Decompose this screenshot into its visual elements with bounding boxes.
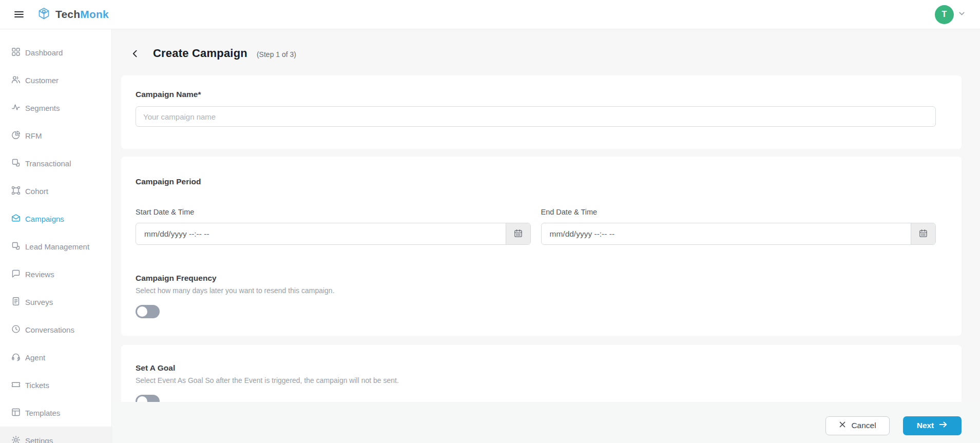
- sidebar-item-settings[interactable]: Settings: [0, 427, 111, 443]
- transactional-icon: [11, 158, 21, 169]
- campaigns-icon: [11, 214, 21, 224]
- footer-actions: Cancel Next: [112, 402, 980, 443]
- campaign-frequency-toggle[interactable]: [136, 305, 160, 318]
- sidebar-item-transactional[interactable]: Transactional: [0, 149, 111, 177]
- start-date-group: [136, 223, 531, 245]
- step-indicator: (Step 1 of 3): [257, 49, 296, 59]
- sidebar-item-agent[interactable]: Agent: [0, 343, 111, 371]
- brand-name: TechMonk: [55, 8, 109, 21]
- sidebar-item-customer[interactable]: Customer: [0, 66, 111, 94]
- campaign-frequency-description: Select how many days later you want to r…: [136, 286, 947, 295]
- logo-cube-icon: [37, 7, 51, 22]
- sidebar-item-segments[interactable]: Segments: [0, 94, 111, 122]
- settings-icon: [11, 435, 21, 443]
- toggle-knob: [137, 306, 147, 317]
- page-header: Create Campaign (Step 1 of 3): [112, 29, 980, 60]
- arrow-right-icon: [939, 421, 948, 430]
- back-button[interactable]: [128, 47, 142, 60]
- campaign-frequency-title: Campaign Frequency: [136, 274, 947, 283]
- sidebar-item-tickets[interactable]: Tickets: [0, 371, 111, 399]
- conversations-icon: [11, 324, 21, 335]
- sidebar-item-lead-management[interactable]: Lead Management: [0, 233, 111, 260]
- end-date-label: End Date & Time: [541, 208, 936, 216]
- lead-management-icon: [11, 241, 21, 252]
- calendar-icon: [919, 229, 928, 239]
- segments-icon: [11, 103, 21, 113]
- set-goal-title: Set A Goal: [136, 363, 947, 373]
- customer-icon: [11, 75, 21, 86]
- cohort-icon: [11, 186, 21, 197]
- topbar: TechMonk T: [0, 0, 980, 29]
- campaign-period-title: Campaign Period: [136, 177, 947, 186]
- tickets-icon: [11, 380, 21, 391]
- page-title: Create Campaign: [153, 47, 247, 60]
- start-date-label: Start Date & Time: [136, 208, 531, 216]
- end-date-input[interactable]: [542, 223, 911, 244]
- avatar[interactable]: T: [935, 5, 954, 24]
- sidebar-item-templates[interactable]: Templates: [0, 399, 111, 427]
- sidebar-item-conversations[interactable]: Conversations: [0, 316, 111, 343]
- hamburger-menu-icon[interactable]: [10, 6, 28, 23]
- set-goal-description: Select Event As Goal So after the Event …: [136, 376, 947, 384]
- account-menu[interactable]: T: [935, 5, 966, 24]
- sidebar-item-dashboard[interactable]: Dashboard: [0, 38, 111, 66]
- campaign-period-card: Campaign Period Start Date & Time End: [121, 157, 962, 336]
- sidebar: Dashboard Customer Segments RFM Transact…: [0, 29, 112, 443]
- campaign-name-card: Campaign Name*: [121, 75, 962, 149]
- end-date-col: End Date & Time: [541, 208, 936, 245]
- date-row: Start Date & Time End Date & Time: [136, 208, 936, 245]
- sidebar-item-cohort[interactable]: Cohort: [0, 177, 111, 205]
- reviews-icon: [11, 269, 21, 280]
- dashboard-icon: [11, 47, 21, 58]
- surveys-icon: [11, 297, 21, 307]
- sidebar-item-reviews[interactable]: Reviews: [0, 260, 111, 288]
- calendar-icon: [514, 229, 523, 239]
- close-icon: [839, 421, 846, 430]
- chevron-down-icon: [958, 10, 966, 19]
- templates-icon: [11, 408, 21, 418]
- sidebar-item-rfm[interactable]: RFM: [0, 122, 111, 149]
- brand-logo[interactable]: TechMonk: [37, 7, 109, 22]
- sidebar-item-surveys[interactable]: Surveys: [0, 288, 111, 316]
- campaign-name-input[interactable]: [136, 106, 936, 127]
- cancel-button[interactable]: Cancel: [825, 416, 890, 435]
- start-date-col: Start Date & Time: [136, 208, 531, 245]
- next-button[interactable]: Next: [903, 416, 962, 435]
- agent-icon: [11, 352, 21, 363]
- main-content: Create Campaign (Step 1 of 3) Campaign N…: [112, 29, 980, 443]
- campaign-name-label: Campaign Name*: [136, 90, 947, 99]
- end-date-calendar-button[interactable]: [911, 223, 935, 244]
- start-date-input[interactable]: [136, 223, 506, 244]
- sidebar-item-campaigns[interactable]: Campaigns: [0, 205, 111, 233]
- end-date-group: [541, 223, 936, 245]
- start-date-calendar-button[interactable]: [506, 223, 530, 244]
- campaign-frequency-block: Campaign Frequency Select how many days …: [136, 274, 947, 318]
- rfm-icon: [11, 130, 21, 141]
